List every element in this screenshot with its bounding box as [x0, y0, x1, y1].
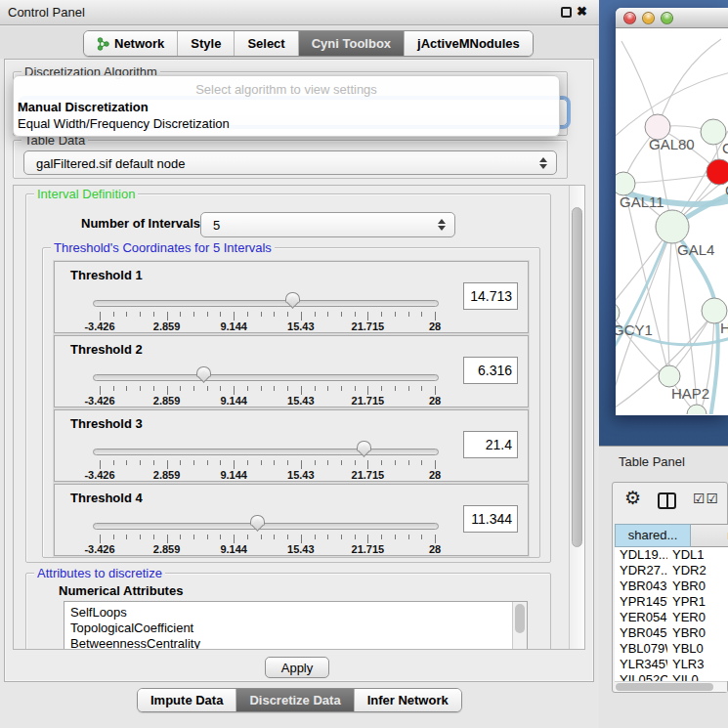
- tick-mark: [435, 535, 436, 543]
- table-hscrollbar[interactable]: [615, 681, 727, 692]
- tick-mark: [301, 460, 302, 469]
- tick-mark: [113, 460, 114, 465]
- attributes-scrollbar-thumb[interactable]: [515, 604, 525, 633]
- table-data-combobox[interactable]: galFiltered.sif default node: [23, 150, 557, 175]
- popup-option-equal-width-frequency[interactable]: Equal Width/Frequency Discretization: [18, 116, 230, 131]
- tab-cyni-toolbox[interactable]: Cyni Toolbox: [298, 31, 404, 56]
- tick-mark: [113, 312, 114, 317]
- tick-mark: [355, 535, 356, 539]
- float-icon[interactable]: [561, 7, 572, 18]
- attribute-item[interactable]: TopologicalCoefficient: [64, 621, 527, 636]
- table-row[interactable]: YIL052CYIL0: [615, 672, 728, 681]
- tick-mark: [100, 312, 101, 321]
- tick-label: 21.715: [338, 469, 397, 481]
- tab-select[interactable]: Select: [234, 31, 297, 56]
- tab-style[interactable]: Style: [177, 31, 234, 56]
- threshold-slider-thumb[interactable]: [250, 515, 265, 532]
- tick-label: 9.144: [204, 543, 263, 555]
- table-cell-name: YDL1: [667, 547, 728, 563]
- network-window-titlebar[interactable]: [616, 8, 728, 28]
- node-label: GAL80: [649, 136, 695, 152]
- tick-mark: [234, 535, 235, 543]
- network-node-gal11[interactable]: [616, 172, 635, 195]
- table-cell-shared-name: YLR345W: [615, 657, 667, 672]
- tick-mark: [274, 386, 275, 391]
- tick-mark: [395, 535, 396, 539]
- close-icon[interactable]: ✖: [577, 4, 587, 19]
- number-of-intervals-spinner[interactable]: 5: [200, 212, 455, 237]
- attribute-item[interactable]: BetweennessCentrality: [64, 636, 527, 650]
- threshold-slider-thumb[interactable]: [285, 292, 300, 309]
- table-row[interactable]: YBR045CYBR0: [615, 625, 728, 641]
- threshold-value-field[interactable]: 14.713: [463, 282, 518, 310]
- tab-impute-data[interactable]: Impute Data: [138, 689, 236, 711]
- settings-scrollbar[interactable]: [569, 186, 584, 649]
- numerical-attributes-list[interactable]: SelfLoopsTopologicalCoefficientBetweenne…: [64, 601, 528, 650]
- table-column-header[interactable]: shared...: [615, 524, 691, 547]
- apply-button[interactable]: Apply: [265, 657, 329, 678]
- settings-scrollbar-thumb[interactable]: [572, 207, 582, 547]
- tick-mark: [327, 386, 328, 391]
- network-node-gal4[interactable]: [656, 210, 689, 243]
- threshold-panel: Threshold 1-3.4262.8599.14415.4321.71528…: [54, 261, 529, 333]
- tick-mark: [381, 312, 382, 317]
- close-traffic-light[interactable]: [623, 12, 636, 24]
- tick-mark: [367, 312, 368, 321]
- network-node-gcy1[interactable]: [616, 302, 620, 323]
- threshold-value-field[interactable]: 21.4: [463, 431, 518, 458]
- threshold-value-field[interactable]: 6.316: [463, 357, 518, 384]
- network-edge[interactable]: [621, 41, 658, 127]
- bottom-tab-bar: Impute DataDiscretize DataInfer Network: [137, 688, 462, 712]
- table-row[interactable]: YLR345WYLR3: [615, 657, 728, 672]
- table-column-header[interactable]: na: [691, 524, 728, 547]
- table-row[interactable]: YBL079WYBL0: [615, 641, 728, 657]
- tick-mark: [274, 460, 275, 465]
- tab-jactivemnodules[interactable]: jActiveMNodules: [404, 31, 533, 56]
- tick-mark: [207, 460, 208, 465]
- split-columns-icon[interactable]: [658, 492, 676, 509]
- minimize-traffic-light[interactable]: [642, 12, 655, 24]
- table-row[interactable]: YBR043CYBR0: [615, 578, 728, 594]
- tick-label: -3.426: [70, 321, 129, 332]
- table-row[interactable]: YER054CYER0: [615, 610, 728, 625]
- threshold-group-title: Threshold's Coordinates for 5 Intervals: [51, 240, 275, 255]
- threshold-value-field[interactable]: 11.344: [463, 505, 518, 533]
- popup-option-manual-discretization[interactable]: Manual Discretization: [18, 100, 149, 114]
- network-edge[interactable]: [658, 39, 721, 127]
- threshold-slider-track[interactable]: [93, 374, 439, 381]
- spinner-arrows-icon: [438, 219, 446, 231]
- gear-icon[interactable]: ⚙: [624, 487, 641, 509]
- number-of-intervals-value: 5: [213, 218, 220, 233]
- tick-label: 15.43: [272, 395, 330, 407]
- zoom-traffic-light[interactable]: [661, 12, 673, 24]
- table-row[interactable]: YDR27...YDR2: [615, 563, 728, 578]
- tick-mark: [341, 460, 342, 465]
- network-graph[interactable]: GAL80GACGAL11GAL4GCY1HHAP2: [616, 29, 728, 414]
- network-node-hap2[interactable]: [659, 365, 680, 387]
- tick-mark: [247, 535, 248, 539]
- control-panel: Control Panel ✖ NetworkStyleSelectCyni T…: [0, 0, 599, 728]
- tick-mark: [421, 535, 422, 539]
- control-panel-titlebar: Control Panel ✖: [0, 0, 599, 25]
- checkbox-icons[interactable]: ☑☑: [693, 491, 719, 506]
- tab-label: Select: [247, 36, 284, 51]
- threshold-slider-thumb[interactable]: [196, 366, 211, 383]
- table-data-group: Table Data galFiltered.sif default node: [13, 140, 568, 179]
- threshold-slider-track[interactable]: [93, 449, 439, 455]
- attributes-scrollbar[interactable]: [512, 602, 527, 650]
- tab-discretize-data[interactable]: Discretize Data: [236, 689, 353, 711]
- network-view-window[interactable]: GAL80GACGAL11GAL4GCY1HHAP2: [616, 8, 728, 415]
- table-row[interactable]: YPR145WYPR1: [615, 594, 728, 610]
- threshold-slider-thumb[interactable]: [357, 441, 371, 457]
- attribute-item[interactable]: SelfLoops: [64, 605, 527, 621]
- top-tab-bar: NetworkStyleSelectCyni ToolboxjActiveMNo…: [83, 30, 534, 57]
- table-row[interactable]: YDL19...YDL1: [615, 547, 728, 563]
- table-hscrollbar-thumb[interactable]: [616, 683, 713, 691]
- tab-network[interactable]: Network: [84, 31, 177, 56]
- tick-label: 15.43: [272, 543, 330, 555]
- threshold-slider-track[interactable]: [93, 523, 439, 530]
- threshold-slider-track[interactable]: [93, 300, 439, 307]
- tab-infer-network[interactable]: Infer Network: [354, 689, 461, 711]
- threshold-label: Threshold 3: [70, 416, 143, 431]
- cyni-toolbox-panel: Discretization Algorithm Select algorith…: [4, 59, 594, 682]
